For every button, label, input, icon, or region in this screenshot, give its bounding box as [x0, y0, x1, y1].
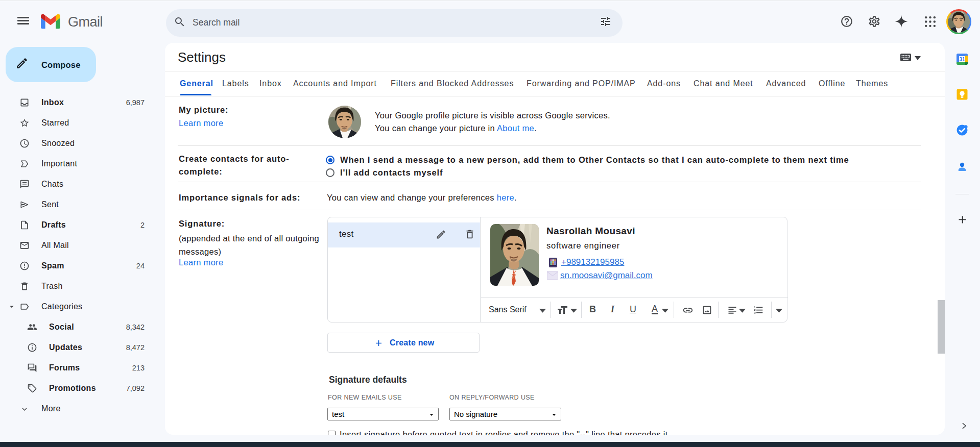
- svg-text:31: 31: [959, 57, 965, 62]
